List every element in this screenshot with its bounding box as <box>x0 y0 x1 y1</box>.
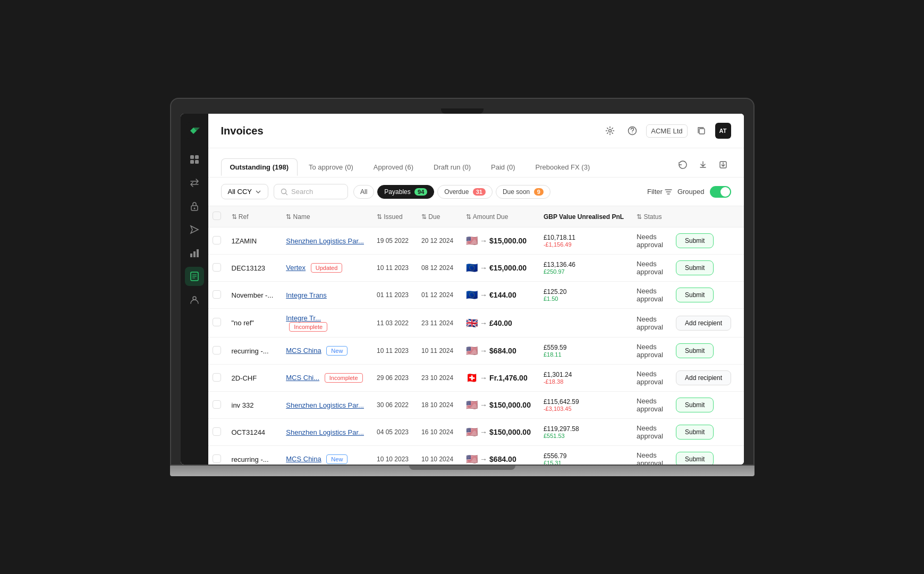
select-all-checkbox[interactable] <box>213 212 221 220</box>
pill-payables[interactable]: Payables 94 <box>377 185 434 199</box>
sidebar-item-contacts[interactable] <box>185 290 204 309</box>
header-amount-due[interactable]: ⇅ Amount Due <box>460 206 537 227</box>
tab-prebooked-fx[interactable]: Prebooked FX (3) <box>527 158 599 176</box>
row-ref: 2D-CHF <box>225 365 280 392</box>
row-checkbox[interactable] <box>213 400 221 409</box>
gbp-main-value: £125.20 <box>544 288 624 296</box>
invoice-name-link[interactable]: Integre Trans <box>286 291 327 299</box>
pill-due-soon[interactable]: Due soon 9 <box>496 185 550 199</box>
header-status[interactable]: ⇅ Status <box>630 206 669 227</box>
gbp-main-value: £559.59 <box>544 344 624 351</box>
row-checkbox[interactable] <box>213 346 221 354</box>
app-logo[interactable] <box>186 122 203 139</box>
download-button[interactable] <box>715 157 731 173</box>
invoice-name-link[interactable]: MCS Chi... <box>286 374 319 382</box>
row-more-cell: ⋮ <box>737 337 743 365</box>
invoice-name-link[interactable]: Shenzhen Logistics Par... <box>286 401 364 409</box>
row-checkbox[interactable] <box>213 373 221 382</box>
row-checkbox[interactable] <box>213 263 221 272</box>
tab-draft-run[interactable]: Draft run (0) <box>425 158 480 176</box>
row-checkbox-cell <box>208 392 225 419</box>
svg-marker-7 <box>191 226 198 233</box>
table-row: inv 332 Shenzhen Logistics Par... 30 06 … <box>208 392 744 419</box>
row-action-button[interactable]: Add recipient <box>676 370 731 385</box>
filter-label: Filter <box>647 188 663 196</box>
row-more-cell: ⋮ <box>737 282 743 309</box>
row-checkbox[interactable] <box>213 427 221 436</box>
pill-overdue[interactable]: Overdue 31 <box>437 185 493 199</box>
row-status: Needs approval <box>630 282 669 309</box>
invoice-name-link[interactable]: MCS China <box>286 347 321 354</box>
tab-to-approve[interactable]: To approve (0) <box>300 158 362 176</box>
search-box[interactable]: Search <box>274 184 348 199</box>
row-action-button[interactable]: Submit <box>676 343 714 358</box>
header-ref[interactable]: ⇅ Ref <box>225 206 280 227</box>
row-action-cell: Submit <box>669 227 737 255</box>
header-due[interactable]: ⇅ Due <box>415 206 460 227</box>
tab-approved[interactable]: Approved (6) <box>364 158 422 176</box>
row-flag: 🇨🇭 <box>466 372 478 384</box>
filter-pills: All Payables 94 Overdue 31 Due soon 9 <box>353 185 642 199</box>
row-flag-amount: 🇺🇸 → $150,000.00 <box>460 419 537 446</box>
row-gbp: £119,297.58 £551.53 <box>537 419 630 446</box>
row-checkbox[interactable] <box>213 318 221 326</box>
sidebar-item-lock[interactable] <box>185 197 204 216</box>
row-more-cell: ⋮ <box>737 227 743 255</box>
settings-button[interactable] <box>601 122 618 139</box>
sidebar-item-analytics[interactable] <box>185 243 204 263</box>
sidebar-item-transfers[interactable] <box>185 173 204 192</box>
invoice-name-link[interactable]: Shenzhen Logistics Par... <box>286 237 364 245</box>
row-status: Needs approval <box>630 365 669 392</box>
row-action-button[interactable]: Submit <box>676 425 714 440</box>
row-action-button[interactable]: Add recipient <box>676 316 731 331</box>
header-issued[interactable]: ⇅ Issued <box>370 206 415 227</box>
invoice-name-link[interactable]: Shenzhen Logistics Par... <box>286 428 364 436</box>
tab-paid[interactable]: Paid (0) <box>482 158 524 176</box>
row-gbp: £115,642.59 -£3,103.45 <box>537 392 630 419</box>
row-amount: $15,000.00 <box>489 237 527 245</box>
row-issued: 01 11 2023 <box>370 282 415 309</box>
svg-rect-2 <box>195 155 199 159</box>
table-row: recurring -... MCS China New 10 11 2023 … <box>208 337 744 365</box>
header-gbp-value[interactable]: GBP Value Unrealised PnL <box>537 206 630 227</box>
svg-point-15 <box>632 132 633 133</box>
row-checkbox[interactable] <box>213 454 221 463</box>
sidebar-item-invoices[interactable] <box>185 267 204 286</box>
tab-outstanding[interactable]: Outstanding (198) <box>221 158 298 176</box>
invoice-name-link[interactable]: MCS China <box>286 455 321 463</box>
copy-button[interactable] <box>693 122 710 139</box>
gbp-pnl: £15.31 <box>544 460 624 465</box>
download-csv-button[interactable] <box>695 157 711 173</box>
row-flag-amount: 🇨🇭 → Fr.1,476.00 <box>460 365 537 392</box>
row-checkbox[interactable] <box>213 236 221 244</box>
sidebar-item-dashboard[interactable] <box>185 150 204 169</box>
row-action-button[interactable]: Submit <box>676 398 714 412</box>
header-name[interactable]: ⇅ Name <box>279 206 370 227</box>
row-flag: 🇺🇸 <box>466 399 478 411</box>
row-action-button[interactable]: Submit <box>676 288 714 302</box>
arrow-icon: → <box>480 347 487 355</box>
row-action-button[interactable]: Submit <box>676 452 714 465</box>
grouped-toggle[interactable] <box>710 186 731 198</box>
help-button[interactable] <box>624 122 641 139</box>
row-gbp: £559.59 £18.11 <box>537 337 630 365</box>
table-row: November -... Integre Trans 01 11 2023 0… <box>208 282 744 309</box>
refresh-button[interactable] <box>675 157 691 173</box>
gbp-main-value: £115,642.59 <box>544 398 624 406</box>
filter-button[interactable]: Filter <box>647 188 672 196</box>
row-action-button[interactable]: Submit <box>676 260 714 275</box>
table-header-row: ⇅ Ref ⇅ Name ⇅ Issued ⇅ Due ⇅ Amount Due… <box>208 206 744 227</box>
user-avatar[interactable]: AT <box>715 123 731 139</box>
row-checkbox-cell <box>208 337 225 365</box>
row-action-button[interactable]: Submit <box>676 233 714 248</box>
invoice-name-link[interactable]: Integre Tr... <box>286 314 321 322</box>
row-issued: 11 03 2022 <box>370 309 415 337</box>
pill-all[interactable]: All <box>353 185 374 199</box>
arrow-icon: → <box>480 237 487 245</box>
sidebar-item-send[interactable] <box>185 220 204 239</box>
header-checkbox[interactable] <box>208 206 225 227</box>
invoice-name-link[interactable]: Vertex <box>286 264 306 272</box>
row-action-cell: Submit <box>669 282 737 309</box>
currency-select[interactable]: All CCY <box>221 184 269 199</box>
row-checkbox[interactable] <box>213 290 221 299</box>
